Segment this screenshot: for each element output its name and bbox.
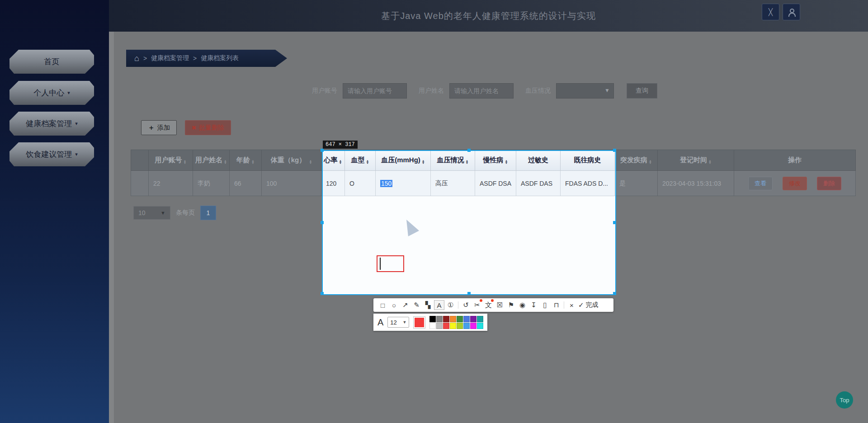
toolbar-divider: [564, 301, 564, 309]
selection-handle-sw[interactable]: [321, 292, 324, 295]
color-swatch[interactable]: [429, 323, 436, 329]
view-button[interactable]: 查看: [748, 177, 773, 190]
ocr-text-icon[interactable]: 文: [483, 299, 494, 311]
font-size-value: 12: [390, 319, 396, 326]
page-title: 基于Java Web的老年人健康管理系统的设计与实现: [109, 0, 868, 32]
pen-tool-icon[interactable]: ✎: [411, 299, 422, 311]
chevron-down-icon: ▼: [402, 320, 406, 324]
snip-toolbar: □ ○ ↗ ✎ ▚ A ① ↺ ✂ 文 ☒ ⚑ ◉ ↧ ▯ ⊓ × ✓ 完成: [373, 298, 613, 312]
text-tool-options: A 12 ▼: [373, 314, 487, 331]
col-age[interactable]: 年龄▲▼: [230, 150, 262, 171]
col-checkbox: [131, 150, 149, 171]
pin-icon[interactable]: ⚑: [505, 299, 517, 311]
undo-icon[interactable]: ↺: [460, 299, 472, 311]
selection-handle-ne[interactable]: [613, 149, 616, 152]
snip-selection-border[interactable]: [322, 150, 616, 295]
annotation-text-box[interactable]: [377, 255, 404, 272]
color-swatch[interactable]: [429, 316, 436, 322]
cell-reg-time: 2023-04-03 15:31:03: [658, 171, 734, 196]
color-swatch[interactable]: [436, 323, 443, 329]
edit-button[interactable]: 修改: [783, 177, 807, 190]
selection-handle-e[interactable]: [613, 221, 616, 224]
color-swatch[interactable]: [463, 323, 470, 329]
col-sudden[interactable]: 突发疾病▲▼: [615, 150, 658, 171]
home-icon[interactable]: ⌂: [134, 54, 139, 62]
add-button[interactable]: ＋ 添加: [141, 120, 177, 135]
color-swatch[interactable]: [443, 316, 449, 322]
name-label: 用户姓名: [419, 87, 444, 95]
font-size-select[interactable]: 12 ▼: [387, 317, 409, 328]
color-swatch[interactable]: [450, 323, 456, 329]
chevron-down-icon: ▾: [67, 90, 70, 96]
table-action-row: ＋ 添加 ✖ 批量删除: [141, 120, 231, 135]
color-swatch[interactable]: [477, 323, 483, 329]
color-swatch[interactable]: [443, 323, 449, 329]
text-tool-icon[interactable]: A: [434, 300, 444, 310]
sidebar-item-diet-advice[interactable]: 饮食建议管理 ▾: [9, 142, 94, 166]
cancel-icon[interactable]: ×: [566, 299, 577, 311]
breadcrumb-item-health-record-list[interactable]: 健康档案列表: [201, 54, 239, 62]
col-weight[interactable]: 体重（kg） ▲▼: [262, 150, 321, 171]
device-icon[interactable]: ▯: [539, 299, 551, 311]
batch-delete-button[interactable]: ✖ 批量删除: [185, 120, 231, 135]
delete-button[interactable]: 删除: [817, 177, 841, 190]
save-icon[interactable]: ↧: [528, 299, 539, 311]
selection-handle-s[interactable]: [467, 292, 471, 295]
bookmark-icon[interactable]: ⊓: [551, 299, 562, 311]
per-page-label: 条每页: [176, 209, 195, 217]
sidebar: 首页 个人中心 ▾ 健康档案管理 ▾ 饮食建议管理 ▾: [0, 0, 109, 423]
selection-handle-se[interactable]: [613, 292, 616, 295]
sidebar-item-personal-center[interactable]: 个人中心 ▾: [9, 81, 94, 105]
sidebar-item-label: 健康档案管理: [26, 118, 72, 129]
sidebar-item-health-records[interactable]: 健康档案管理 ▾: [9, 112, 94, 136]
chevron-down-icon: ▾: [75, 121, 78, 127]
app-root: 基于Java Web的老年人健康管理系统的设计与实现 ╳ 首页 个人中心 ▾ 健…: [0, 0, 868, 423]
col-account[interactable]: 用户账号▲▼: [149, 150, 193, 171]
selection-handle-n[interactable]: [467, 149, 471, 152]
cut-icon[interactable]: ✂: [472, 299, 483, 311]
ellipse-tool-icon[interactable]: ○: [388, 299, 400, 311]
color-swatch[interactable]: [470, 316, 476, 322]
mosaic-tool-icon[interactable]: ▚: [422, 299, 434, 311]
col-reg-time[interactable]: 登记时间▲▼: [658, 150, 734, 171]
color-swatch[interactable]: [457, 323, 463, 329]
color-swatch[interactable]: [436, 316, 443, 322]
bp-status-select[interactable]: ▼: [556, 83, 614, 99]
name-input[interactable]: [449, 83, 514, 99]
fullscreen-icon: ╳: [769, 8, 773, 16]
cell-sudden: 是: [615, 171, 658, 196]
color-swatch[interactable]: [477, 316, 483, 322]
selection-handle-nw[interactable]: [321, 149, 324, 152]
query-button[interactable]: 查询: [627, 83, 657, 99]
cell-account: 22: [149, 171, 193, 196]
cell-weight: 100: [262, 171, 321, 196]
col-name[interactable]: 用户姓名▲▼: [193, 150, 230, 171]
cell-checkbox[interactable]: [131, 171, 149, 196]
record-icon[interactable]: ◉: [517, 299, 528, 311]
color-swatch[interactable]: [463, 316, 470, 322]
fullscreen-button[interactable]: ╳: [762, 4, 779, 20]
step-number-tool-icon[interactable]: ①: [445, 299, 456, 311]
text-cursor: [380, 258, 381, 270]
sidebar-item-home[interactable]: 首页: [9, 50, 94, 74]
account-label: 用户账号: [312, 87, 337, 95]
color-swatch[interactable]: [450, 316, 456, 322]
back-to-top-button[interactable]: Top: [836, 391, 853, 409]
arrow-tool-icon[interactable]: ↗: [400, 299, 411, 311]
search-form: 用户账号 用户姓名 血压情况 ▼ 查询: [312, 83, 657, 99]
color-swatch[interactable]: [470, 323, 476, 329]
done-button[interactable]: ✓ 完成: [578, 301, 599, 309]
breadcrumb-item-health-records[interactable]: 健康档案管理: [151, 54, 189, 62]
rect-tool-icon[interactable]: □: [377, 299, 388, 311]
page-button-1[interactable]: 1: [200, 206, 216, 220]
plus-icon: ＋: [148, 123, 155, 132]
chevron-down-icon: ▾: [75, 151, 78, 157]
breadcrumb: ⌂ > 健康档案管理 > 健康档案列表: [126, 50, 287, 67]
page-size-select[interactable]: 10 ▼: [133, 206, 170, 220]
selection-handle-w[interactable]: [321, 221, 324, 224]
sort-icon: ▲▼: [309, 160, 312, 164]
user-profile-button[interactable]: [783, 4, 800, 20]
color-swatch[interactable]: [457, 316, 463, 322]
account-input[interactable]: [343, 83, 407, 99]
fit-screen-icon[interactable]: ☒: [494, 299, 505, 311]
